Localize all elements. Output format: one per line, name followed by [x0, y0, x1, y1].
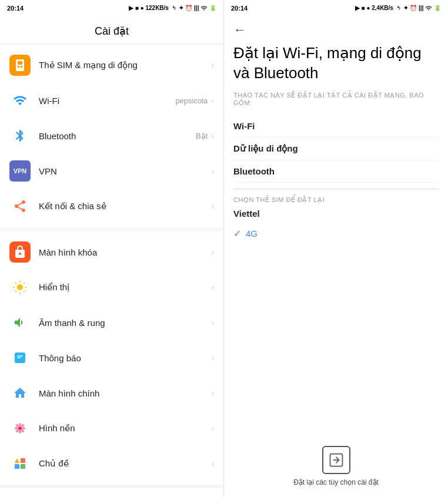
sim-chevron: ›: [211, 61, 214, 70]
svg-rect-16: [21, 458, 25, 463]
bluetooth-icon: [13, 129, 27, 143]
sound-icon: [13, 315, 27, 330]
status-icons-left: ▶ ■ ● 122KB/s ✦ ⏰ ||| 🔋: [129, 5, 216, 12]
bluetooth-value: Bật: [196, 132, 208, 140]
svg-rect-17: [21, 464, 25, 469]
status-icons-right: ▶ ■ ● 2,4KB/s ✦ ⏰ ||| 🔋: [355, 5, 441, 12]
display-label: Hiển thị: [39, 282, 211, 293]
settings-item-notif[interactable]: Thông báo ›: [0, 340, 223, 375]
time-left: 20:14: [7, 5, 24, 12]
flower-icon: [13, 421, 27, 435]
settings-item-bluetooth[interactable]: Bluetooth Bật ›: [0, 118, 223, 153]
lock-icon: [13, 245, 27, 259]
right-content: Đặt lại Wi-Fi, mạng di động và Bluetooth…: [224, 43, 448, 434]
sun-icon: [13, 280, 27, 294]
sim-name: Viettel: [233, 209, 439, 219]
status-bar-right: 20:14 ▶ ■ ● 2,4KB/s ✦ ⏰ ||| 🔋: [224, 0, 448, 16]
lockscreen-chevron: ›: [211, 247, 214, 257]
icons-right: ▶ ■ ● 2,4KB/s ✦ ⏰ ||| 🔋: [355, 5, 441, 12]
lock-icon-wrap: [9, 241, 31, 263]
svg-point-8: [19, 430, 21, 434]
settings-list: Thẻ SIM & mạng di động › Wi-Fi pepsicola…: [0, 44, 223, 497]
status-bar-left: 20:14 ▶ ■ ● 122KB/s ✦ ⏰ ||| 🔋: [0, 0, 223, 16]
bluetooth-network-item: Bluetooth: [233, 160, 439, 183]
settings-item-wallpaper[interactable]: Hình nền ›: [0, 411, 223, 446]
sim-icon: [13, 58, 27, 72]
home-icon: [13, 386, 27, 400]
svg-point-6: [18, 427, 22, 430]
svg-rect-1: [18, 61, 22, 65]
divider: [233, 189, 439, 189]
share-icon: [13, 199, 27, 213]
settings-item-sim[interactable]: Thẻ SIM & mạng di động ›: [0, 48, 223, 83]
display-chevron: ›: [211, 283, 214, 292]
wifi-network-item: Wi-Fi: [233, 115, 439, 137]
wifi-icon: [13, 93, 27, 108]
sim-section-label: CHỌN THẺ SIM ĐỂ ĐẶT LẠI: [233, 196, 439, 204]
home-icon-wrap: [9, 382, 31, 404]
settings-item-homescreen[interactable]: Màn hình chính ›: [0, 375, 223, 411]
settings-item-vpn[interactable]: VPN VPN ›: [0, 153, 223, 189]
svg-rect-3: [21, 66, 22, 68]
device-section: Màn hình khóa › Hiển thị › Âm thanh & ru…: [0, 231, 223, 488]
back-button[interactable]: ←: [224, 16, 448, 43]
network-section: Thẻ SIM & mạng di động › Wi-Fi pepsicola…: [0, 44, 223, 231]
share-chevron: ›: [211, 202, 214, 211]
sim-label: Thẻ SIM & mạng di động: [39, 60, 211, 70]
share-icon-wrap: [9, 196, 31, 217]
settings-item-wifi[interactable]: Wi-Fi pepsicola ›: [0, 83, 223, 118]
wallpaper-label: Hình nền: [39, 423, 211, 434]
settings-item-sound[interactable]: Âm thanh & rung ›: [0, 305, 223, 340]
svg-point-10: [22, 427, 25, 429]
vpn-icon-wrap: VPN: [9, 160, 31, 182]
settings-item-display[interactable]: Hiển thị ›: [0, 270, 223, 305]
mobile-data-network-item: Dữ liệu di động: [233, 137, 439, 160]
homescreen-label: Màn hình chính: [39, 388, 211, 398]
display-icon-wrap: [9, 277, 31, 298]
svg-rect-15: [15, 464, 19, 469]
settings-item-theme[interactable]: Chủ đề ›: [0, 446, 223, 481]
bluetooth-chevron: ›: [211, 131, 214, 140]
bluetooth-label: Bluetooth: [39, 131, 196, 141]
lockscreen-label: Màn hình khóa: [39, 247, 211, 257]
share-label: Kết nối & chia sẻ: [39, 201, 211, 211]
notif-icon-wrap: [9, 347, 31, 368]
sound-label: Âm thanh & rung: [39, 318, 211, 328]
right-panel: 20:14 ▶ ■ ● 2,4KB/s ✦ ⏰ ||| 🔋 ← Đặt lại …: [224, 0, 448, 497]
left-panel: 20:14 ▶ ■ ● 122KB/s ✦ ⏰ ||| 🔋 Cài đặt Th…: [0, 0, 224, 497]
theme-icon: [13, 456, 27, 471]
vpn-label: VPN: [39, 166, 211, 176]
wallpaper-chevron: ›: [211, 424, 214, 433]
theme-icon-wrap: [9, 453, 31, 474]
right-title: Đặt lại Wi-Fi, mạng di động và Bluetooth: [233, 43, 439, 83]
reset-button-area: Đặt lại các tùy chọn cài đặt: [224, 434, 448, 497]
wallpaper-icon-wrap: [9, 418, 31, 439]
sim-icon-wrap: [9, 55, 31, 76]
wifi-icon-wrap: [9, 90, 31, 111]
settings-item-share[interactable]: Kết nối & chia sẻ ›: [0, 189, 223, 224]
time-right: 20:14: [231, 5, 248, 12]
wifi-chevron: ›: [211, 96, 214, 105]
svg-point-9: [15, 427, 18, 429]
sound-icon-wrap: [9, 312, 31, 333]
right-subtitle: THAO TÁC NÀY SẼ ĐẶT LẠI TẤT CẢ CÀI ĐẶT M…: [233, 92, 439, 107]
sound-chevron: ›: [211, 318, 214, 327]
reset-label: Đặt lại các tùy chọn cài đặt: [293, 478, 379, 488]
theme-label: Chủ đề: [39, 458, 211, 469]
settings-item-lockscreen[interactable]: Màn hình khóa ›: [0, 234, 223, 270]
settings-title: Cài đặt: [0, 16, 223, 44]
notif-label: Thông báo: [39, 353, 211, 363]
reset-icon[interactable]: [322, 446, 350, 474]
wifi-label: Wi-Fi: [39, 96, 175, 106]
svg-rect-2: [18, 66, 19, 68]
icons-left: ▶ ■ ● 122KB/s ✦ ⏰ ||| 🔋: [129, 5, 216, 12]
bluetooth-icon-wrap: [9, 125, 31, 146]
svg-point-7: [19, 423, 21, 427]
4g-label: 4G: [246, 229, 258, 239]
theme-chevron: ›: [211, 459, 214, 468]
reset-svg-icon: [328, 452, 345, 468]
svg-marker-18: [15, 458, 19, 463]
4g-option[interactable]: ✓ 4G: [233, 223, 439, 244]
svg-point-4: [17, 284, 23, 290]
vpn-chevron: ›: [211, 166, 214, 176]
